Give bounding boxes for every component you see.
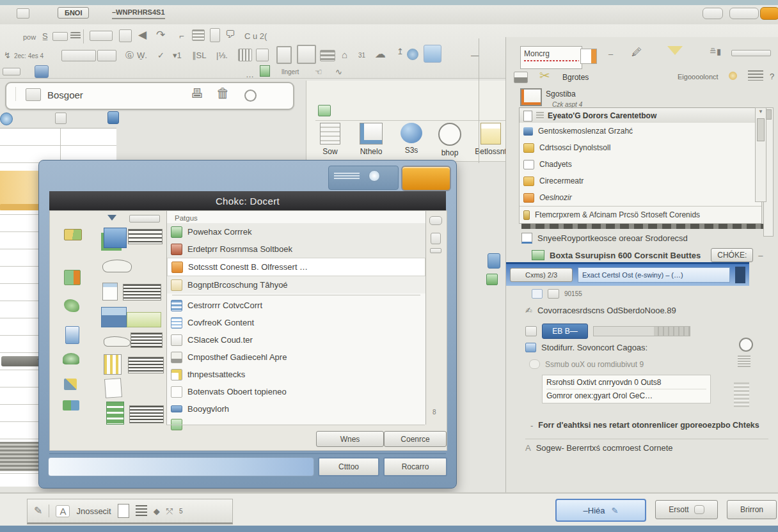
hand-icon[interactable]: ☜ xyxy=(315,68,322,76)
row-progress[interactable]: EB B— xyxy=(525,324,768,339)
row-sto[interactable]: Stodifurr. Sovoncort Cagoas: xyxy=(525,343,756,352)
dialog-list-item[interactable]: Botenvats Oboert topieneo xyxy=(167,383,425,400)
corner-icon[interactable]: ⌐ xyxy=(179,32,184,40)
cells-icon[interactable] xyxy=(256,49,269,61)
panel-sec2-row[interactable]: Boxta Ssurupisn 600 Corscnit Beuttes CHÓ… xyxy=(532,248,778,262)
italic-icon[interactable]: W̱. xyxy=(137,51,147,59)
bold-icon[interactable]: Ⓖ xyxy=(125,51,134,59)
globe-icon[interactable] xyxy=(407,49,418,60)
merge-icon[interactable] xyxy=(238,49,252,61)
panel-para-icon[interactable]: ≞▮ xyxy=(710,47,721,56)
primary-action-button[interactable]: –Hiéa ✎ xyxy=(555,499,646,522)
choke-button[interactable]: CHÓKE: xyxy=(711,248,753,262)
align-icon[interactable] xyxy=(70,32,81,40)
columns-icon[interactable] xyxy=(210,28,220,42)
document-tab[interactable]: БNOI xyxy=(58,7,89,19)
mini-scroll[interactable] xyxy=(430,248,441,253)
layers-icon[interactable] xyxy=(514,72,528,83)
nav-icon[interactable] xyxy=(525,326,537,336)
preview-page-thumb[interactable] xyxy=(102,283,118,301)
frame-icon[interactable] xyxy=(276,46,292,64)
gallery-item-sphere[interactable]: S3s xyxy=(393,123,429,155)
clock-icon[interactable] xyxy=(739,338,753,352)
selected-row[interactable]: Cxms) 2/3 Exact Certsl Ost (e-swiny) – (… xyxy=(506,262,749,286)
panel-brush-icon[interactable]: 🖉 xyxy=(631,47,642,58)
row-sog[interactable]: A Sogew- Bererrtxś cocmroest Cornete xyxy=(525,439,768,453)
panel-pencil-icon[interactable]: – xyxy=(608,50,613,58)
dialog-list-item[interactable]: Booygvlorh xyxy=(167,400,425,418)
eb-button[interactable]: EB B— xyxy=(542,324,588,339)
preview-green-card[interactable] xyxy=(106,402,124,425)
scissors-icon[interactable]: ✂ xyxy=(539,69,550,82)
row-cov[interactable]: ✍ Covorracesrdscns OdSberdoNooe.89 xyxy=(525,306,768,315)
panel-list-item[interactable]: Cdrtsosci Dynolstsoll xyxy=(520,139,761,156)
dialog-open-button[interactable]: Ctttoo xyxy=(318,457,379,476)
borders-icon[interactable] xyxy=(192,29,205,41)
panel-list-item[interactable]: Ftemcrpxrem & Afcinam Prcsö Srtoseft Cor… xyxy=(520,207,761,223)
minimize-button[interactable] xyxy=(703,8,723,19)
dialog-help-plate[interactable] xyxy=(328,166,399,190)
panel-list-item[interactable]: Gentoskemoslenzat Grzahć xyxy=(520,123,761,139)
dialog-close-button[interactable] xyxy=(401,166,451,191)
maximize-button[interactable] xyxy=(729,8,759,19)
search-input[interactable] xyxy=(46,87,177,102)
books-icon[interactable] xyxy=(64,229,82,240)
panel-doc-icon[interactable] xyxy=(580,49,597,64)
tick-icon[interactable]: ∿ xyxy=(335,68,342,76)
print-icon[interactable]: 🖶 xyxy=(191,87,203,100)
pager-icon[interactable] xyxy=(55,113,67,124)
pin-icon[interactable]: ↥ xyxy=(397,47,404,56)
check-icon[interactable]: ✓ xyxy=(157,51,164,59)
tertiary-action-button[interactable]: Brirron xyxy=(727,500,777,519)
camera-icon[interactable] xyxy=(429,216,442,225)
panel-list-item[interactable]: Cirecermeatr xyxy=(520,173,761,189)
redo-icon[interactable]: ↷ xyxy=(156,29,165,40)
panel-sec1-row[interactable]: SnyeeRoyportkeosce oreoar Srodorecsd xyxy=(521,233,771,244)
dialog-cancel-button[interactable]: Coenrce xyxy=(384,431,447,447)
gallery-item-new[interactable]: Nthelo xyxy=(351,123,391,156)
choke-menu-icon[interactable]: – xyxy=(758,251,763,260)
tools-icon[interactable] xyxy=(63,400,79,411)
dialog-list-item-selected[interactable]: Sotcsstt Conestt B. Olfressert … xyxy=(167,258,425,276)
tag-icon[interactable] xyxy=(64,379,77,390)
secondary-action-button[interactable]: Ersott xyxy=(655,500,718,519)
book-icon[interactable] xyxy=(297,45,316,64)
preview-window-thumb-2[interactable] xyxy=(101,307,127,327)
insert-box-icon[interactable] xyxy=(90,31,113,41)
panel-name-field[interactable]: Moncrg xyxy=(520,46,582,69)
diamond-icon[interactable]: ◆ xyxy=(154,507,160,515)
stamp-icon[interactable]: ⌂ xyxy=(342,50,347,59)
preview-sketch-2[interactable] xyxy=(104,336,131,347)
sync-icon[interactable] xyxy=(107,111,119,124)
fill-icon[interactable] xyxy=(320,50,335,61)
active-tool-icon[interactable] xyxy=(424,45,441,63)
row-forr[interactable]: - Forr d'eahtksi nes retart otonrenlicer… xyxy=(530,421,777,430)
palette-box[interactable] xyxy=(3,68,20,75)
filter-icon[interactable] xyxy=(35,65,49,78)
status-orb-icon[interactable] xyxy=(0,113,13,125)
dialog-restore-button[interactable]: Rocarro xyxy=(383,457,447,476)
page-icon[interactable] xyxy=(118,504,129,518)
underline-icon[interactable]: S̲ xyxy=(42,32,48,40)
percent-icon[interactable]: |⅓. xyxy=(216,51,228,59)
panel-list-item[interactable]: Oeslnozir xyxy=(520,189,761,207)
list-lines-icon[interactable] xyxy=(136,505,147,517)
app-icon[interactable] xyxy=(17,8,29,19)
outer-scroll-thumb[interactable] xyxy=(757,118,765,141)
picture-icon[interactable] xyxy=(520,88,542,106)
preview-lamp-sketch[interactable] xyxy=(102,260,132,272)
panel-dropdown[interactable]: Eyeato'G Dorors Carentetbow ▼ xyxy=(519,107,770,124)
scroll-down-icon[interactable]: ▼ xyxy=(756,109,766,114)
chat-icon[interactable]: 🗩 xyxy=(225,29,235,40)
list-icon[interactable] xyxy=(748,70,763,81)
blue-book-icon[interactable] xyxy=(65,326,79,344)
gallery-item-clock[interactable]: bhop xyxy=(432,123,468,157)
dialog-list-item[interactable]: Cestrorrr CotvcCorrt xyxy=(167,297,425,314)
dialog-title-bar[interactable]: Chokc: Docert xyxy=(49,191,446,210)
size-box[interactable] xyxy=(97,50,116,61)
selected-row-button[interactable]: Cxms) 2/3 xyxy=(510,268,573,282)
checkbox-icon[interactable] xyxy=(523,160,534,169)
brotes-label[interactable]: Bgrotes xyxy=(562,73,589,82)
close-button[interactable] xyxy=(760,7,778,20)
globe-hat-icon[interactable] xyxy=(63,353,79,364)
